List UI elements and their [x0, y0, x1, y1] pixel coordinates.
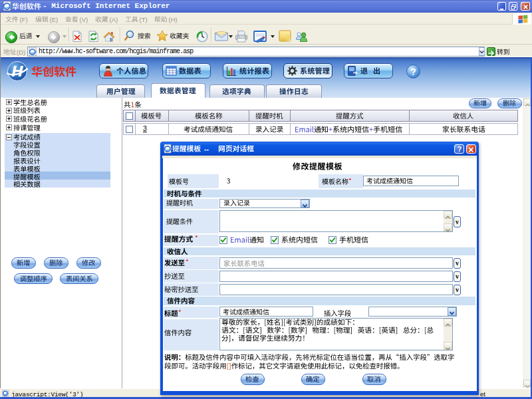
- svg-text:?: ?: [410, 66, 416, 77]
